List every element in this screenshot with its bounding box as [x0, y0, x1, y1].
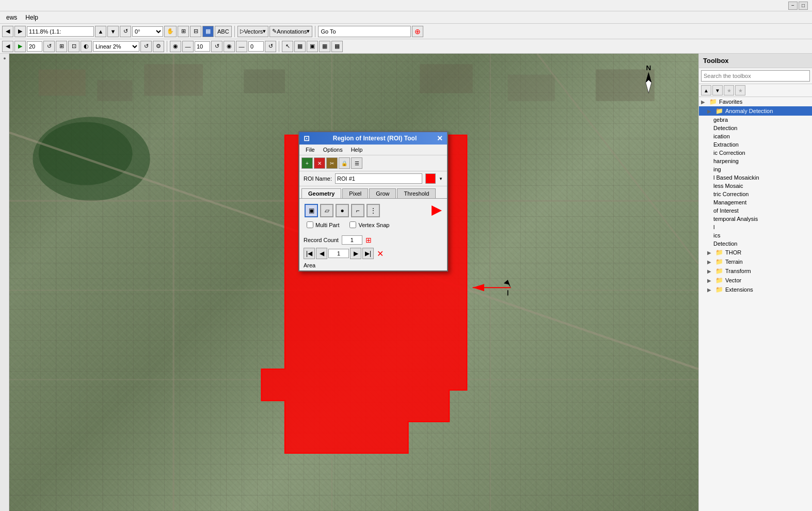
- settings-stretch[interactable]: ⚙: [153, 41, 164, 52]
- forward-button[interactable]: ▶: [14, 26, 26, 37]
- tree-item-ication[interactable]: ication: [699, 132, 812, 140]
- expand-thor[interactable]: ▶: [707, 250, 713, 256]
- expand-terrain[interactable]: ▶: [707, 259, 713, 265]
- roi-nav-first[interactable]: |◀: [304, 248, 315, 259]
- roi-tab-pixel[interactable]: Pixel: [342, 188, 368, 198]
- tree-item-less-mosaic[interactable]: less Mosaic: [699, 182, 812, 190]
- refresh-opacity[interactable]: ↺: [265, 41, 276, 52]
- zoom-in-button[interactable]: ▲: [95, 26, 106, 37]
- roi-tb-btn5[interactable]: ☰: [351, 157, 362, 169]
- roi-dialog-close[interactable]: ✕: [437, 134, 443, 142]
- minimize-button[interactable]: −: [788, 2, 798, 10]
- tree-item-anomaly[interactable]: ▶ 📁 Anomaly Detection: [699, 106, 812, 116]
- roi-name-input[interactable]: [335, 173, 422, 184]
- stretch-select[interactable]: Linear 2%: [93, 41, 139, 52]
- zoom-out-button[interactable]: ▼: [107, 26, 119, 37]
- roi-menu-options[interactable]: Options: [319, 146, 347, 154]
- full-extent[interactable]: ⊞: [56, 41, 67, 52]
- prev-band[interactable]: ◀: [2, 41, 13, 52]
- roi-nav-last[interactable]: ▶|: [362, 248, 374, 259]
- pan-button[interactable]: ✋: [164, 26, 177, 37]
- roi-tab-threshold[interactable]: Threshold: [397, 188, 436, 198]
- tree-item-algebra[interactable]: gebra: [699, 116, 812, 124]
- roi-color-box[interactable]: [425, 173, 436, 184]
- band-value[interactable]: [27, 41, 42, 52]
- vertexsnap-checkbox[interactable]: [349, 221, 356, 228]
- minus-btn[interactable]: —: [182, 41, 194, 52]
- restore-button[interactable]: □: [799, 2, 808, 10]
- contrast-btn[interactable]: ◐: [81, 41, 92, 52]
- menu-help[interactable]: Help: [21, 13, 42, 22]
- refresh-stretch[interactable]: ↺: [140, 41, 152, 52]
- toolbox-nav-up[interactable]: ▲: [701, 85, 711, 95]
- expand-favorites[interactable]: ▶: [701, 99, 707, 105]
- hsv-btn[interactable]: ▦: [331, 41, 343, 52]
- gamma-value[interactable]: [195, 41, 210, 52]
- toolbox-nav-down[interactable]: ▼: [712, 85, 723, 95]
- menu-ews[interactable]: ews: [2, 13, 21, 22]
- expand-transform[interactable]: ▶: [707, 268, 713, 274]
- tree-item-thor[interactable]: ▶ 📁 THOR: [699, 248, 812, 257]
- map-area[interactable]: N ⊡ Region of I: [9, 54, 698, 511]
- tree-item-management[interactable]: Management: [699, 198, 812, 206]
- roi-geom-rect[interactable]: ▱: [320, 204, 333, 217]
- tree-item-detection2[interactable]: Detection: [699, 239, 812, 248]
- record-count-input[interactable]: [342, 235, 362, 245]
- back-button[interactable]: ◀: [2, 26, 13, 37]
- tree-item-ing[interactable]: ing: [699, 165, 812, 173]
- roi-geom-circle[interactable]: ●: [336, 204, 349, 217]
- tree-item-harpening[interactable]: harpening: [699, 157, 812, 165]
- roi-nav-next[interactable]: ▶: [350, 248, 361, 259]
- roi-nav-delete[interactable]: ✕: [377, 249, 384, 259]
- tree-item-l[interactable]: l: [699, 223, 812, 231]
- roi-menu-help[interactable]: Help: [347, 146, 367, 154]
- roi-nav-input[interactable]: [328, 249, 349, 258]
- roi-tb-btn4[interactable]: 🔒: [339, 157, 350, 169]
- play-button[interactable]: ▶: [14, 41, 26, 52]
- cursor-btn[interactable]: ↖: [282, 41, 293, 52]
- tree-item-l-based[interactable]: l Based Mosaickin: [699, 173, 812, 182]
- roi-tb-btn3[interactable]: ✂: [326, 157, 338, 169]
- tree-item-tric-correction[interactable]: tric Correction: [699, 190, 812, 198]
- tree-item-of-interest[interactable]: of Interest: [699, 206, 812, 215]
- tree-item-terrain[interactable]: ▶ 📁 Terrain: [699, 257, 812, 266]
- tree-item-favorites[interactable]: ▶ 📁 Favorites: [699, 97, 812, 106]
- tree-item-detection[interactable]: Detection: [699, 124, 812, 132]
- roi-geom-polygon[interactable]: ▣: [305, 204, 318, 217]
- band-btn[interactable]: ▣: [307, 41, 318, 52]
- tree-item-ic-correction[interactable]: ic Correction: [699, 149, 812, 157]
- grayscale-btn[interactable]: ▦: [294, 41, 306, 52]
- toolbox-nav-star1[interactable]: ★: [724, 85, 734, 95]
- roi-tab-grow[interactable]: Grow: [369, 188, 396, 198]
- tree-item-ics[interactable]: ics: [699, 231, 812, 239]
- expand-vector[interactable]: ▶: [707, 278, 713, 283]
- opacity-value[interactable]: [248, 41, 264, 52]
- tree-item-temporal[interactable]: temporal Analysis: [699, 215, 812, 223]
- roi-tb-btn2[interactable]: ✕: [314, 157, 325, 169]
- roi-color-arrow[interactable]: ▼: [439, 177, 443, 181]
- tree-item-transform[interactable]: ▶ 📁 Transform: [699, 266, 812, 276]
- roi-tb-btn1[interactable]: +: [301, 157, 313, 169]
- vectors-button[interactable]: ▷ Vectors▾: [237, 26, 269, 37]
- tree-item-extraction[interactable]: Extraction: [699, 140, 812, 149]
- tree-item-extensions[interactable]: ▶ 📁 Extensions: [699, 285, 812, 294]
- annotations-button[interactable]: ✎ Annotations▾: [269, 26, 312, 37]
- roi-geom-point[interactable]: ⋮: [367, 204, 380, 217]
- refresh-band[interactable]: ↺: [43, 41, 55, 52]
- target-button[interactable]: ⊕: [412, 26, 423, 37]
- roi-expand-btn[interactable]: ⊞: [365, 236, 372, 244]
- zoom-layer[interactable]: ⊡: [68, 41, 79, 52]
- expand-extensions[interactable]: ▶: [707, 287, 713, 293]
- rgb-btn[interactable]: ▦: [319, 41, 330, 52]
- vertexsnap-check[interactable]: Vertex Snap: [349, 221, 389, 228]
- toolbox-search-input[interactable]: [701, 70, 810, 82]
- expand-anomaly[interactable]: ▶: [707, 108, 713, 114]
- roi-nav-prev[interactable]: ◀: [316, 248, 327, 259]
- eye-btn[interactable]: ◉: [224, 41, 235, 52]
- display-button[interactable]: ▦: [202, 26, 214, 37]
- roi-tab-geometry[interactable]: Geometry: [301, 188, 341, 198]
- zoom-input[interactable]: [27, 26, 94, 37]
- roi-button[interactable]: ⊟: [190, 26, 201, 37]
- abc-button[interactable]: ABC: [215, 26, 232, 37]
- roi-menu-file[interactable]: File: [301, 146, 319, 154]
